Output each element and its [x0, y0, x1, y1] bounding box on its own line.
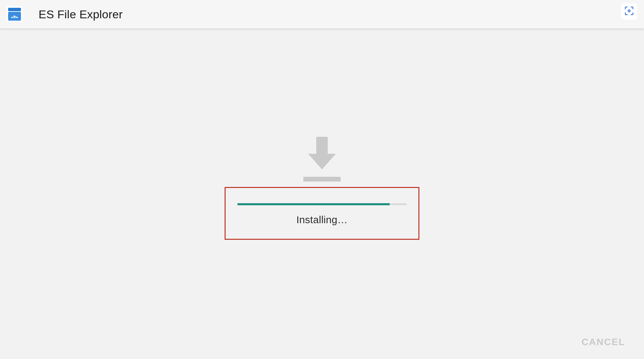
- app-title: ES File Explorer: [39, 8, 123, 21]
- svg-text:ES: ES: [12, 15, 17, 18]
- svg-rect-1: [8, 8, 21, 11]
- progress-bar: [237, 203, 407, 205]
- download-arrow-icon: [300, 137, 344, 184]
- install-progress-panel: Installing…: [225, 187, 419, 240]
- screenshot-button[interactable]: [621, 3, 637, 20]
- svg-point-4: [628, 10, 630, 12]
- progress-fill: [237, 203, 390, 205]
- es-file-explorer-icon: ES: [7, 6, 22, 22]
- cancel-button[interactable]: CANCEL: [581, 337, 625, 347]
- svg-marker-6: [308, 154, 336, 169]
- install-screen: Installing… CANCEL: [0, 28, 644, 359]
- install-status-text: Installing…: [296, 214, 348, 226]
- svg-rect-7: [303, 177, 341, 182]
- svg-rect-5: [316, 137, 328, 154]
- screenshot-icon: [624, 6, 634, 17]
- titlebar: ES ES File Explorer: [0, 0, 644, 28]
